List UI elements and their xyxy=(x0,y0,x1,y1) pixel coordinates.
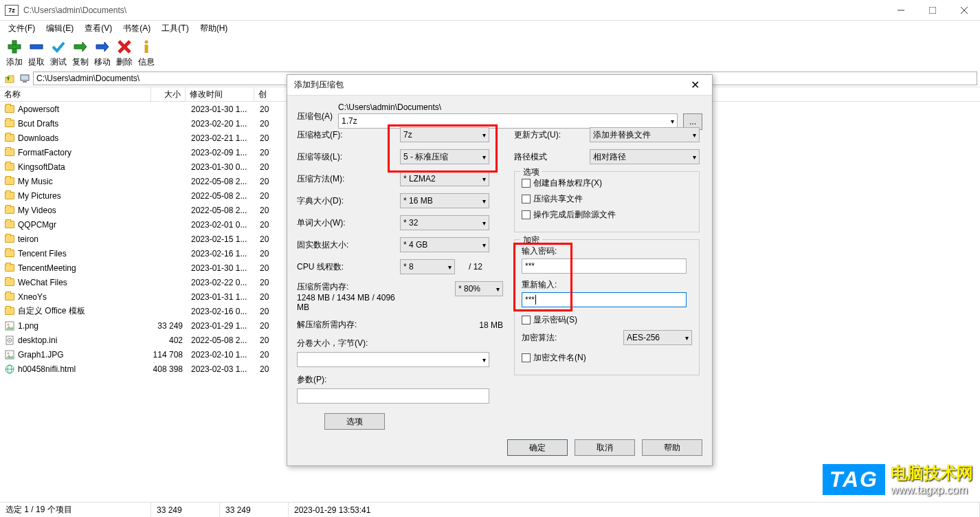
file-name: XneoYs xyxy=(18,292,153,302)
delete-after-label: 操作完成后删除源文件 xyxy=(533,209,616,221)
cancel-button[interactable]: 取消 xyxy=(575,439,635,456)
file-date: 2023-02-22 0... xyxy=(187,278,256,287)
word-select[interactable]: * 32▾ xyxy=(400,215,489,230)
copy-arrow-icon xyxy=(72,38,89,55)
computer-icon xyxy=(19,73,30,84)
menu-help[interactable]: 帮助(H) xyxy=(194,21,234,36)
ok-button[interactable]: 确定 xyxy=(507,439,568,456)
enc-method-select[interactable]: AES-256▾ xyxy=(623,330,692,345)
chevron-down-icon: ▾ xyxy=(671,118,674,125)
shared-checkbox[interactable] xyxy=(522,195,531,204)
col-size[interactable]: 大小 xyxy=(151,87,186,101)
file-name: Downloads xyxy=(18,133,153,143)
file-name: desktop.ini xyxy=(18,336,153,345)
folder-icon xyxy=(4,205,15,216)
file-name: KingsoftData xyxy=(18,162,153,172)
file-name: QQPCMgr xyxy=(18,220,153,230)
params-label: 参数(P): xyxy=(297,374,503,386)
close-button[interactable] xyxy=(948,0,980,21)
menu-edit[interactable]: 编辑(E) xyxy=(41,21,79,36)
sfx-checkbox[interactable] xyxy=(522,179,531,188)
menu-bookmarks[interactable]: 书签(A) xyxy=(118,21,156,36)
add-archive-dialog: 添加到压缩包 ✕ 压缩包(A) C:\Users\admin\Documents… xyxy=(287,74,713,466)
file-size: 402 xyxy=(153,336,187,345)
maximize-button[interactable] xyxy=(917,0,948,21)
show-password-label: 显示密码(S) xyxy=(533,314,577,326)
menu-tools[interactable]: 工具(T) xyxy=(156,21,194,36)
level-select[interactable]: 5 - 标准压缩▾ xyxy=(400,149,489,164)
file-date: 2022-05-08 2... xyxy=(187,206,256,215)
watermark-tag: TAG xyxy=(823,464,885,495)
encrypt-fieldset: 加密 输入密码: *** 重新输入: *** 显示密码(S) 加密算法: AES… xyxy=(514,239,700,375)
enc-names-checkbox[interactable] xyxy=(522,353,531,362)
threads-select[interactable]: * 8▾ xyxy=(400,259,455,274)
update-select[interactable]: 添加并替换文件▾ xyxy=(590,127,700,142)
extract-button[interactable]: 提取 xyxy=(26,38,47,68)
dict-label: 字典大小(D): xyxy=(297,195,400,207)
copy-button[interactable]: 复制 xyxy=(70,38,91,68)
col-modified[interactable]: 修改时间 xyxy=(186,87,254,101)
minimize-button[interactable] xyxy=(885,0,917,21)
status-selection: 选定 1 / 19 个项目 xyxy=(0,503,151,517)
file-date: 2023-01-30 1... xyxy=(187,263,256,273)
solid-select[interactable]: * 4 GB▾ xyxy=(400,237,489,252)
file-name: 1.png xyxy=(18,321,153,331)
add-button[interactable]: 添加 xyxy=(4,38,25,68)
dict-select[interactable]: * 16 MB▾ xyxy=(400,193,489,208)
file-name: WeChat Files xyxy=(18,278,153,287)
threads-label: CPU 线程数: xyxy=(297,261,400,273)
folder-icon xyxy=(4,219,15,230)
help-button[interactable]: 帮助 xyxy=(642,439,702,456)
pathmode-select[interactable]: 相对路径▾ xyxy=(590,149,700,164)
status-size1: 33 249 xyxy=(151,503,220,517)
password2-input[interactable]: *** xyxy=(522,292,687,307)
delete-button[interactable]: 删除 xyxy=(114,38,135,68)
dialog-close-button[interactable]: ✕ xyxy=(684,75,705,96)
params-input[interactable] xyxy=(297,388,489,404)
threads-max: / 12 xyxy=(469,262,482,272)
svg-rect-10 xyxy=(145,45,148,53)
file-date: 2023-02-03 1... xyxy=(187,364,256,374)
up-folder-button[interactable] xyxy=(3,72,16,85)
menu-bar: 文件(F) 编辑(E) 查看(V) 书签(A) 工具(T) 帮助(H) xyxy=(0,21,980,36)
menu-view[interactable]: 查看(V) xyxy=(79,21,118,36)
move-button[interactable]: 移动 xyxy=(92,38,113,68)
solid-label: 固实数据大小: xyxy=(297,239,400,251)
file-name: Graph1.JPG xyxy=(18,350,153,360)
test-button[interactable]: 测试 xyxy=(48,38,69,68)
folder-icon xyxy=(4,133,15,144)
options-button[interactable]: 选项 xyxy=(324,413,385,430)
menu-file[interactable]: 文件(F) xyxy=(3,21,41,36)
svg-point-14 xyxy=(8,323,10,325)
folder-icon xyxy=(4,248,15,259)
archive-name-input[interactable]: 1.7z▾ xyxy=(338,113,678,129)
password-input[interactable]: *** xyxy=(522,258,687,274)
folder-icon xyxy=(4,263,15,274)
file-name: FormatFactory xyxy=(18,148,153,157)
file-size: 114 708 xyxy=(153,350,187,360)
svg-rect-1 xyxy=(929,7,936,14)
col-name[interactable]: 名称 xyxy=(0,87,151,101)
format-select[interactable]: 7z▾ xyxy=(400,127,489,142)
split-select[interactable]: ▾ xyxy=(297,352,489,367)
file-name: My Pictures xyxy=(18,191,153,201)
archive-path: C:\Users\admin\Documents\ xyxy=(338,102,702,112)
image-icon xyxy=(4,320,15,331)
mem-decompress-label: 解压缩所需内存: xyxy=(297,319,400,331)
file-date: 2023-02-09 1... xyxy=(187,148,256,157)
info-button[interactable]: 信息 xyxy=(136,38,157,68)
x-icon xyxy=(116,38,133,55)
show-password-checkbox[interactable] xyxy=(522,316,531,324)
word-label: 单词大小(W): xyxy=(297,217,400,229)
watermark-line2: www.tagxp.com xyxy=(891,484,973,496)
mem-pct-select[interactable]: * 80%▾ xyxy=(455,281,503,296)
delete-after-checkbox[interactable] xyxy=(522,210,531,219)
file-name: Bcut Drafts xyxy=(18,119,153,129)
level-label: 压缩等级(L): xyxy=(297,151,400,163)
method-select[interactable]: * LZMA2▾ xyxy=(400,171,489,186)
file-name: My Videos xyxy=(18,206,153,215)
file-date: 2022-05-08 2... xyxy=(187,177,256,186)
folder-icon xyxy=(4,104,15,115)
check-icon xyxy=(50,38,67,55)
folder-icon xyxy=(4,234,15,245)
